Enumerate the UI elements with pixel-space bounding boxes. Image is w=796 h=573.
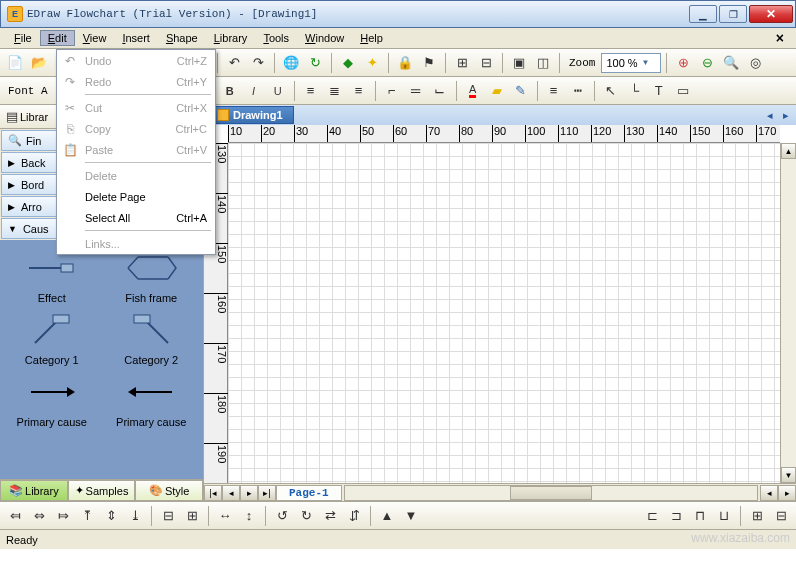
scroll-down-button[interactable]: ▼ <box>781 467 796 483</box>
minimize-button[interactable]: ▁ <box>689 5 717 23</box>
shape-tool[interactable]: ▭ <box>672 80 694 102</box>
menuitem-select-all[interactable]: Select AllCtrl+A <box>57 207 215 228</box>
italic-button[interactable]: I <box>243 80 265 102</box>
tab-prev[interactable]: ◂ <box>762 109 778 122</box>
sidetab-samples[interactable]: ✦Samples <box>68 480 136 501</box>
shape-category-1[interactable]: Category 1 <box>4 310 100 366</box>
vertical-scrollbar[interactable]: ▲ ▼ <box>780 143 796 483</box>
new-button[interactable]: 📄 <box>4 52 26 74</box>
drawing-grid[interactable] <box>228 143 780 483</box>
zoom-page-button[interactable]: ◎ <box>744 52 766 74</box>
flip-v[interactable]: ⇵ <box>343 505 365 527</box>
mdi-close-button[interactable]: × <box>770 30 790 46</box>
shape-fish-frame[interactable]: Fish frame <box>104 248 200 304</box>
close-button[interactable]: ✕ <box>749 5 793 23</box>
page-tab-1[interactable]: Page-1 <box>276 485 342 501</box>
valign-mid-button[interactable]: ═ <box>405 80 427 102</box>
scroll-up-button[interactable]: ▲ <box>781 143 796 159</box>
page-prev-button[interactable]: ◂ <box>222 485 240 501</box>
menu-tools[interactable]: Tools <box>255 30 297 46</box>
valign-bot-button[interactable]: ⌙ <box>429 80 451 102</box>
doc-tab-drawing1[interactable]: Drawing1 <box>206 106 294 124</box>
menu-help[interactable]: Help <box>352 30 391 46</box>
flag-button[interactable]: ⚑ <box>418 52 440 74</box>
group-button[interactable]: ⊞ <box>451 52 473 74</box>
align-c[interactable]: ⇔ <box>28 505 50 527</box>
page-next-button[interactable]: ▸ <box>240 485 258 501</box>
align-l[interactable]: ⤆ <box>4 505 26 527</box>
page-first-button[interactable]: |◂ <box>204 485 222 501</box>
text-tool[interactable]: T <box>648 80 670 102</box>
fill-color-button[interactable]: ▰ <box>486 80 508 102</box>
star-button[interactable]: ✦ <box>361 52 383 74</box>
window-title: EDraw Flowchart (Trial Version) - [Drawi… <box>27 8 687 20</box>
same-w[interactable]: ↔ <box>214 505 236 527</box>
center-v[interactable]: ⊟ <box>770 505 792 527</box>
space-h1[interactable]: ⊏ <box>641 505 663 527</box>
align-b[interactable]: ⤓ <box>124 505 146 527</box>
layer-button[interactable]: ▣ <box>508 52 530 74</box>
zoom-in-button[interactable]: ⊕ <box>672 52 694 74</box>
align-m[interactable]: ⇕ <box>100 505 122 527</box>
page-last-button[interactable]: ▸| <box>258 485 276 501</box>
menu-window[interactable]: Window <box>297 30 352 46</box>
zoom-out-button[interactable]: ⊖ <box>696 52 718 74</box>
menu-library[interactable]: Library <box>206 30 256 46</box>
zoom-fit-button[interactable]: 🔍 <box>720 52 742 74</box>
zoom-combo[interactable]: 100 %▼ <box>601 53 661 73</box>
connector-tool[interactable]: └ <box>624 80 646 102</box>
line-color-button[interactable]: ✎ <box>510 80 532 102</box>
shape-effect[interactable]: Effect <box>4 248 100 304</box>
font-color-button[interactable]: A <box>462 80 484 102</box>
menu-insert[interactable]: Insert <box>114 30 158 46</box>
menu-file[interactable]: File <box>6 30 40 46</box>
menu-edit[interactable]: Edit <box>40 30 75 46</box>
sidetab-library[interactable]: 📚Library <box>0 480 68 501</box>
dist-h[interactable]: ⊟ <box>157 505 179 527</box>
menu-view[interactable]: View <box>75 30 115 46</box>
shape-primary-cause[interactable]: Primary cause <box>4 372 100 428</box>
maximize-button[interactable]: ❐ <box>719 5 747 23</box>
open-button[interactable]: 📂 <box>28 52 50 74</box>
valign-top-button[interactable]: ⌐ <box>381 80 403 102</box>
space-v2[interactable]: ⊔ <box>713 505 735 527</box>
shape-category-2[interactable]: Category 2 <box>104 310 200 366</box>
space-h2[interactable]: ⊐ <box>665 505 687 527</box>
web-button[interactable]: 🌐 <box>280 52 302 74</box>
refresh-button[interactable]: ↻ <box>304 52 326 74</box>
menuitem-cut: ✂CutCtrl+X <box>57 97 215 118</box>
lock-button[interactable]: 🔒 <box>394 52 416 74</box>
underline-button[interactable]: U <box>267 80 289 102</box>
redo-button[interactable]: ↷ <box>247 52 269 74</box>
line-style-button[interactable]: ┅ <box>567 80 589 102</box>
same-h[interactable]: ↕ <box>238 505 260 527</box>
sidetab-style[interactable]: 🎨Style <box>135 480 203 501</box>
align-r[interactable]: ⤇ <box>52 505 74 527</box>
horizontal-scrollbar[interactable] <box>344 485 758 501</box>
front[interactable]: ▲ <box>376 505 398 527</box>
scroll-right-button[interactable]: ▸ <box>778 485 796 501</box>
shape-primary-cause[interactable]: Primary cause <box>104 372 200 428</box>
align-left-button[interactable]: ≡ <box>300 80 322 102</box>
space-v1[interactable]: ⊓ <box>689 505 711 527</box>
shield-button[interactable]: ◆ <box>337 52 359 74</box>
window-button[interactable]: ◫ <box>532 52 554 74</box>
line-weight-button[interactable]: ≡ <box>543 80 565 102</box>
back[interactable]: ▼ <box>400 505 422 527</box>
dist-v[interactable]: ⊞ <box>181 505 203 527</box>
menu-shape[interactable]: Shape <box>158 30 206 46</box>
ungroup-button[interactable]: ⊟ <box>475 52 497 74</box>
align-t[interactable]: ⤒ <box>76 505 98 527</box>
menuitem-delete-page[interactable]: Delete Page <box>57 186 215 207</box>
rotate-r[interactable]: ↻ <box>295 505 317 527</box>
tab-next[interactable]: ▸ <box>778 109 794 122</box>
align-center-button[interactable]: ≣ <box>324 80 346 102</box>
bold-button[interactable]: B <box>219 80 241 102</box>
align-right-button[interactable]: ≡ <box>348 80 370 102</box>
rotate-l[interactable]: ↺ <box>271 505 293 527</box>
flip-h[interactable]: ⇄ <box>319 505 341 527</box>
undo-button[interactable]: ↶ <box>223 52 245 74</box>
center-h[interactable]: ⊞ <box>746 505 768 527</box>
scroll-left-button[interactable]: ◂ <box>760 485 778 501</box>
pointer-tool[interactable]: ↖ <box>600 80 622 102</box>
